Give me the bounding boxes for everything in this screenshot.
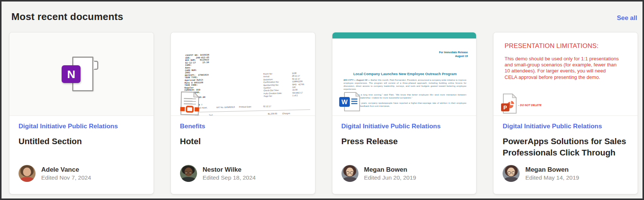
svg-text:P: P	[504, 105, 507, 111]
receipt-printout-label: Printout Date:	[239, 105, 252, 108]
document-card-powerapps[interactable]: PRESENTATION LIMITATIONS: This demo shou…	[493, 32, 638, 194]
document-info: Benefits Hotel	[171, 116, 315, 147]
author-name: Nestor Wilke	[203, 166, 256, 174]
document-preview: PRESENTATION LIMITATIONS: This demo shou…	[493, 32, 638, 116]
document-card-untitled-section[interactable]: N Digital Initiative Public Relations Un…	[9, 32, 154, 194]
receipt-vat: VAT No. 510582919	[216, 106, 235, 109]
author-name: Megan Bowen	[525, 166, 579, 174]
press-release-note: For Immediate Release August 19	[439, 51, 468, 58]
press-release-header-bar	[332, 32, 476, 38]
avatar	[19, 165, 36, 182]
breadcrumb-link[interactable]: Benefits	[180, 123, 205, 130]
edited-date: Edited Sep 18, 2024	[203, 174, 256, 182]
author-row: Adele Vance Edited Nov 7, 2024	[19, 165, 91, 182]
author-name: Megan Bowen	[364, 166, 416, 174]
document-title: Hotel	[180, 136, 306, 147]
receipt-col-text: Text	[209, 114, 213, 116]
document-preview: CASPIT NO: 3456636 VER: 200-012-65 BUS N…	[171, 32, 315, 116]
onenote-letter: N	[62, 65, 81, 83]
do-not-delete-note: – DO NOT DELETE	[518, 104, 542, 106]
press-paragraph: In the last three years, company spokesp…	[344, 102, 467, 108]
author-row: Megan Bowen Edited May 14, 2019	[503, 165, 579, 182]
glasses	[507, 171, 515, 174]
receipt-charges: Charges	[282, 112, 290, 114]
receipt-amount: $1,209.00	[268, 112, 277, 115]
onenote-notebook-tab	[93, 61, 98, 70]
page-title: Most recent documents	[11, 11, 123, 23]
slide-footer: P – DO NOT DELETE	[501, 94, 542, 114]
press-dateline: BIG CITY— August 19 —	[344, 79, 370, 81]
onenote-icon: N	[62, 55, 101, 92]
author-row: Nestor Wilke Edited Sep 18, 2024	[180, 165, 256, 182]
edited-date: Edited Jun 20, 2019	[364, 174, 416, 182]
breadcrumb-link[interactable]: Digital Initiative Public Relations	[19, 123, 118, 130]
press-release-headline: Local Company Launches New Employee Outr…	[344, 72, 467, 76]
document-info: Digital Initiative Public Relations Unti…	[9, 116, 154, 147]
press-paragraph: BIG CITY— August 19 — Earlier this month…	[344, 79, 467, 91]
document-card-hotel[interactable]: CASPIT NO: 3456636 VER: 200-012-65 BUS N…	[171, 32, 315, 194]
receipt-field-values: 1108 28.11.17 02.12.17 128842206 SPG 427…	[292, 72, 304, 97]
author-name: Adele Vance	[41, 166, 91, 174]
document-info: Digital Initiative Public Relations Pres…	[332, 116, 476, 147]
receipt-printout-date: 02.12.17	[263, 105, 272, 107]
document-card-press-release[interactable]: For Immediate Release August 19 Local Co…	[332, 32, 477, 194]
press-paragraph: “This has been a long time coming,” said…	[344, 94, 467, 100]
document-preview: For Immediate Release August 19 Local Co…	[332, 32, 476, 116]
edited-date: Edited Nov 7, 2024	[41, 174, 91, 182]
breadcrumb-link[interactable]: Digital Initiative Public Relations	[503, 123, 602, 130]
slide-heading: PRESENTATION LIMITATIONS:	[504, 42, 598, 50]
image-file-icon	[180, 91, 200, 115]
see-all-link[interactable]: See all	[617, 14, 637, 22]
glasses	[185, 171, 192, 174]
avatar	[503, 165, 520, 182]
avatar	[341, 165, 358, 182]
slide-body-text: This demo should be used only for 1:1 pr…	[504, 56, 619, 80]
glasses	[346, 171, 354, 174]
author-row: Megan Bowen Edited Jun 20, 2019	[341, 165, 416, 182]
document-preview: N	[9, 32, 154, 116]
document-card-list: N Digital Initiative Public Relations Un…	[2, 32, 642, 194]
svg-text:W: W	[341, 98, 348, 106]
edited-date: Edited May 14, 2019	[525, 174, 579, 182]
document-title: Press Release	[341, 136, 467, 147]
receipt-divider	[185, 109, 310, 113]
document-title: Untitled Section	[19, 136, 144, 147]
breadcrumb-link[interactable]: Digital Initiative Public Relations	[341, 123, 441, 130]
powerpoint-icon: P	[501, 94, 517, 114]
receipt-currency: USD	[283, 115, 288, 116]
press-release-body: Local Company Launches New Employee Outr…	[344, 72, 467, 108]
document-title: PowerApps Solutions for Sales Profession…	[503, 136, 628, 158]
avatar	[180, 165, 197, 182]
section-header: Most recent documents See all	[2, 2, 642, 23]
word-icon: W	[338, 92, 360, 112]
document-info: Digital Initiative Public Relations Powe…	[493, 116, 638, 158]
receipt-field-labels: Room No: Arrival: Departure: Confirmatio…	[263, 72, 282, 98]
recent-documents-panel: { "theme": { "colors": { "link_blue": "#…	[0, 0, 644, 200]
